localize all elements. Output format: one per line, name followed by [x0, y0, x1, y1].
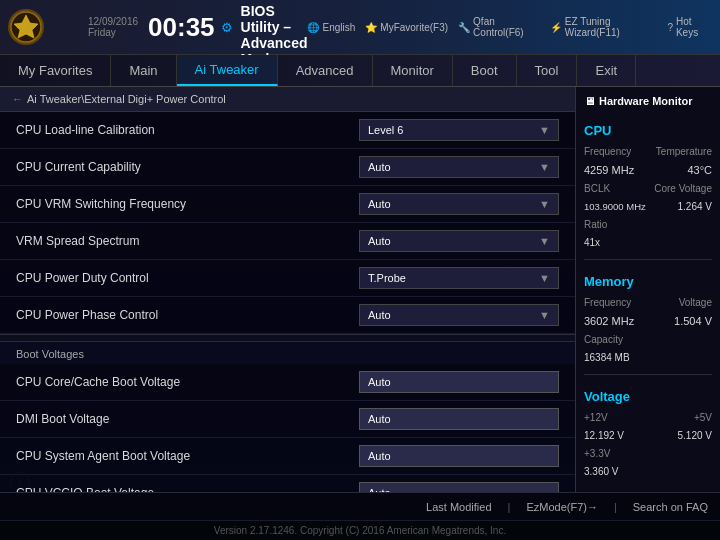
- hw-voltage-section-title: Voltage: [584, 389, 712, 404]
- dropdown-arrow-icon: ▼: [539, 124, 550, 136]
- nav-advanced[interactable]: Advanced: [278, 55, 373, 86]
- ez-mode-link[interactable]: EzMode(F7)→: [526, 501, 598, 513]
- hw-divider-2: [584, 374, 712, 375]
- hw-voltage-3v-label: +3.3V: [584, 448, 610, 459]
- logo-icon: [8, 9, 44, 45]
- dropdown-arrow-icon: ▼: [539, 198, 550, 210]
- hw-monitor-label: Hardware Monitor: [599, 95, 693, 107]
- hotkeys-link[interactable]: ? Hot Keys: [667, 16, 712, 38]
- input-cpu-system-agent-boot-voltage[interactable]: [359, 445, 559, 467]
- hw-memory-frequency-value: 3602 MHz: [584, 315, 634, 327]
- nav-monitor[interactable]: Monitor: [373, 55, 453, 86]
- boot-voltages-section-label: Boot Voltages: [0, 342, 575, 364]
- dropdown-cpu-load-line[interactable]: Level 6 ▼: [359, 119, 559, 141]
- setting-row-cpu-power-phase: CPU Power Phase Control Auto ▼: [0, 297, 575, 334]
- hotkeys-icon: ?: [667, 22, 673, 33]
- left-panel: ← Ai Tweaker\External Digi+ Power Contro…: [0, 87, 575, 492]
- nav-exit[interactable]: Exit: [577, 55, 636, 86]
- bottom-separator-1: |: [508, 501, 511, 513]
- nav-main[interactable]: Main: [111, 55, 176, 86]
- hw-memory-capacity-value-row: 16384 MB: [584, 352, 712, 363]
- setting-label-cpu-system-agent-boot-voltage: CPU System Agent Boot Voltage: [16, 449, 359, 463]
- boot-voltages-divider: [0, 334, 575, 342]
- hw-cpu-bclk-value-row: 103.9000 MHz 1.264 V: [584, 201, 712, 212]
- hw-voltage-12v-value: 12.192 V: [584, 430, 624, 441]
- input-dmi-boot-voltage[interactable]: [359, 408, 559, 430]
- hw-memory-freq-value-row: 3602 MHz 1.504 V: [584, 315, 712, 327]
- dropdown-cpu-power-phase[interactable]: Auto ▼: [359, 304, 559, 326]
- setting-label-cpu-core-boot-voltage: CPU Core/Cache Boot Voltage: [16, 375, 359, 389]
- hardware-monitor-panel: 🖥 Hardware Monitor CPU Frequency Tempera…: [575, 87, 720, 492]
- breadcrumb: ← Ai Tweaker\External Digi+ Power Contro…: [0, 87, 575, 112]
- hw-cpu-bclk-value: 103.9000 MHz: [584, 201, 646, 212]
- language-link[interactable]: 🌐 English: [307, 22, 355, 33]
- setting-row-cpu-system-agent-boot-voltage: CPU System Agent Boot Voltage: [0, 438, 575, 475]
- dropdown-cpu-vrm-freq[interactable]: Auto ▼: [359, 193, 559, 215]
- hw-cpu-core-voltage-label: Core Voltage: [654, 183, 712, 194]
- last-modified-link[interactable]: Last Modified: [426, 501, 491, 513]
- hw-voltage-5v-value: 5.120 V: [678, 430, 712, 441]
- monitor-icon: 🖥: [584, 95, 595, 107]
- setting-label-cpu-load-line: CPU Load-line Calibration: [16, 123, 359, 137]
- setting-row-dmi-boot-voltage: DMI Boot Voltage: [0, 401, 575, 438]
- input-cpu-core-boot-voltage[interactable]: [359, 371, 559, 393]
- search-faq-link[interactable]: Search on FAQ: [633, 501, 708, 513]
- ez-tuning-link[interactable]: ⚡ EZ Tuning Wizard(F11): [550, 16, 658, 38]
- dropdown-cpu-power-duty[interactable]: T.Probe ▼: [359, 267, 559, 289]
- hw-voltage-5v-label: +5V: [694, 412, 712, 423]
- setting-label-dmi-boot-voltage: DMI Boot Voltage: [16, 412, 359, 426]
- setting-row-cpu-load-line: CPU Load-line Calibration Level 6 ▼: [0, 112, 575, 149]
- hw-memory-voltage-label: Voltage: [679, 297, 712, 308]
- logo-area: [8, 9, 88, 45]
- hw-cpu-ratio-label-row: Ratio: [584, 219, 712, 230]
- language-icon: 🌐: [307, 22, 319, 33]
- nav-ai-tweaker[interactable]: Ai Tweaker: [177, 55, 278, 86]
- qfan-label: Qfan Control(F6): [473, 16, 540, 38]
- dropdown-arrow-icon: ▼: [539, 235, 550, 247]
- top-bar: 12/09/2016 Friday 00:35 ⚙ UEFI BIOS Util…: [0, 0, 720, 55]
- nav-boot[interactable]: Boot: [453, 55, 517, 86]
- dropdown-arrow-icon: ▼: [539, 309, 550, 321]
- qfan-link[interactable]: 🔧 Qfan Control(F6): [458, 16, 540, 38]
- hw-cpu-temperature-value: 43°C: [687, 164, 712, 176]
- date-time-area: 12/09/2016 Friday 00:35 ⚙: [88, 12, 233, 43]
- hw-cpu-bclk-label: BCLK: [584, 183, 610, 194]
- hw-cpu-bclk-label-row: BCLK Core Voltage: [584, 183, 712, 194]
- hw-memory-voltage-value: 1.504 V: [674, 315, 712, 327]
- myfavorite-link[interactable]: ⭐ MyFavorite(F3): [365, 22, 448, 33]
- breadcrumb-text: Ai Tweaker\External Digi+ Power Control: [27, 93, 226, 105]
- setting-label-cpu-vrm-freq: CPU VRM Switching Frequency: [16, 197, 359, 211]
- bottom-separator-2: |: [614, 501, 617, 513]
- hw-memory-capacity-label-row: Capacity: [584, 334, 712, 345]
- hw-memory-freq-label-row: Frequency Voltage: [584, 297, 712, 308]
- nav-bar: My Favorites Main Ai Tweaker Advanced Mo…: [0, 55, 720, 87]
- nav-tool[interactable]: Tool: [517, 55, 578, 86]
- dropdown-vrm-spread[interactable]: Auto ▼: [359, 230, 559, 252]
- setting-label-cpu-current: CPU Current Capability: [16, 160, 359, 174]
- fan-icon: 🔧: [458, 22, 470, 33]
- date-text: 12/09/2016: [88, 16, 138, 27]
- setting-row-cpu-vrm-freq: CPU VRM Switching Frequency Auto ▼: [0, 186, 575, 223]
- top-links: 🌐 English ⭐ MyFavorite(F3) 🔧 Qfan Contro…: [307, 16, 712, 38]
- dropdown-cpu-current[interactable]: Auto ▼: [359, 156, 559, 178]
- hw-memory-capacity-value: 16384 MB: [584, 352, 630, 363]
- footer-bar: Version 2.17.1246. Copyright (C) 2016 Am…: [0, 520, 720, 540]
- setting-row-cpu-core-boot-voltage: CPU Core/Cache Boot Voltage: [0, 364, 575, 401]
- hw-cpu-temperature-label: Temperature: [656, 146, 712, 157]
- breadcrumb-arrow-icon: ←: [12, 93, 23, 105]
- settings-gear-icon[interactable]: ⚙: [221, 20, 233, 35]
- hw-cpu-core-voltage-value: 1.264 V: [678, 201, 712, 212]
- nav-my-favorites[interactable]: My Favorites: [0, 55, 111, 86]
- setting-row-cpu-power-duty: CPU Power Duty Control T.Probe ▼: [0, 260, 575, 297]
- hw-voltage-3v-value: 3.360 V: [584, 466, 618, 477]
- hw-voltage-3v-value-row: 3.360 V: [584, 466, 712, 477]
- footer-copyright: Version 2.17.1246. Copyright (C) 2016 Am…: [214, 525, 506, 536]
- hw-memory-frequency-label: Frequency: [584, 297, 631, 308]
- hw-cpu-ratio-value: 41x: [584, 237, 600, 248]
- input-cpu-vccio-boot-voltage[interactable]: [359, 482, 559, 492]
- hw-cpu-section-title: CPU: [584, 123, 712, 138]
- hw-voltage-12v-label: +12V: [584, 412, 608, 423]
- hw-divider-1: [584, 259, 712, 260]
- hw-monitor-title: 🖥 Hardware Monitor: [584, 95, 712, 107]
- hw-memory-capacity-label: Capacity: [584, 334, 623, 345]
